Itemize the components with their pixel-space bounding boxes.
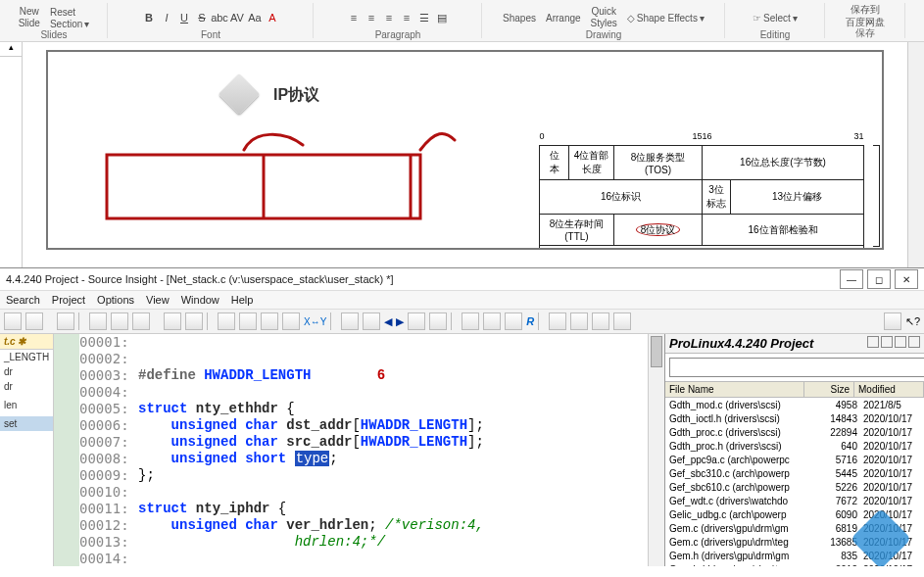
font-color-button[interactable]: A xyxy=(266,11,279,24)
bold-button[interactable]: B xyxy=(142,11,156,24)
tb-saveall-icon[interactable] xyxy=(25,313,43,330)
symbol-item[interactable] xyxy=(0,431,53,435)
tb-panel2-icon[interactable] xyxy=(363,313,380,330)
code-line[interactable] xyxy=(138,351,648,367)
tb-cut-icon[interactable] xyxy=(89,313,107,330)
menu-window[interactable]: Window xyxy=(181,294,219,306)
maximize-button[interactable]: ◻ xyxy=(867,269,891,289)
symbol-item[interactable]: set xyxy=(0,416,53,431)
code-line[interactable] xyxy=(138,551,648,567)
code-line[interactable]: struct nty_iphdr { xyxy=(138,501,648,517)
slide[interactable]: IP协议 0151631 位 本 4位首部 长度 8位服务类型 (TOS) 16… xyxy=(46,50,884,250)
minimize-button[interactable]: — xyxy=(840,269,863,289)
tb-book3-icon[interactable] xyxy=(505,313,522,330)
project-file-list[interactable]: Gdth_mod.c (drivers\scsi)49582021/8/5Gdt… xyxy=(665,398,924,566)
tb-relation-icon[interactable]: R xyxy=(526,315,534,327)
tb-book1-icon[interactable] xyxy=(462,313,479,330)
shapes-button[interactable]: Shapes xyxy=(500,13,539,24)
symbol-pane[interactable]: t.c ✱ _LENGTHdrdrlenset xyxy=(0,334,54,566)
underline-button[interactable]: U xyxy=(177,11,191,24)
ruler-up-icon[interactable]: ▴ xyxy=(0,42,22,57)
code-line[interactable]: unsigned short type; xyxy=(138,451,648,467)
columns-icon[interactable]: ▤ xyxy=(435,11,449,24)
code-editor[interactable]: #define HWADDR_LENGTH 6 struct nty_ethhd… xyxy=(134,334,648,566)
shape-effects-button[interactable]: ◇ Shape Effects ▾ xyxy=(624,13,707,24)
tb-print-icon[interactable] xyxy=(57,313,74,330)
symbol-tab[interactable]: t.c ✱ xyxy=(0,334,53,350)
code-line[interactable] xyxy=(138,484,648,501)
reset-button[interactable]: Reset xyxy=(47,7,92,18)
tb-bookmark2-icon[interactable] xyxy=(429,313,447,330)
new-slide-button[interactable]: New Slide xyxy=(16,7,43,28)
code-line[interactable] xyxy=(138,334,648,351)
menu-project[interactable]: Project xyxy=(52,294,85,306)
tb-redo-icon[interactable] xyxy=(185,313,203,330)
menu-view[interactable]: View xyxy=(146,294,170,306)
align-left-icon[interactable]: ≡ xyxy=(347,11,361,24)
tb-arrow-icon[interactable]: ↖? xyxy=(905,315,920,328)
tb-split1-icon[interactable] xyxy=(549,313,566,330)
col-size[interactable]: Size xyxy=(804,382,854,397)
col-modified[interactable]: Modified xyxy=(854,382,924,397)
spacing-button[interactable]: AV xyxy=(230,11,244,24)
align-right-icon[interactable]: ≡ xyxy=(382,11,396,24)
code-line[interactable]: unsigned char dst_addr[HWADDR_LENGTH]; xyxy=(138,417,648,434)
table-row[interactable]: Gef_sbc310.c (arch\powerp54452020/10/17 xyxy=(665,466,924,480)
code-line[interactable]: hdrlen:4;*/ xyxy=(138,534,648,551)
project-list-header[interactable]: File Name Size Modified xyxy=(665,381,924,398)
code-line[interactable]: struct nty_ethhdr { xyxy=(138,401,648,417)
tb-split4-icon[interactable] xyxy=(613,313,631,330)
case-button[interactable]: Aa xyxy=(248,11,262,24)
table-row[interactable]: Gdth_ioctl.h (drivers\scsi)148432020/10/… xyxy=(665,411,924,425)
tb-split3-icon[interactable] xyxy=(592,313,609,330)
canvas-scrollbar[interactable] xyxy=(907,42,924,267)
symbol-item[interactable]: dr xyxy=(0,364,53,379)
align-center-icon[interactable]: ≡ xyxy=(365,11,378,24)
code-line[interactable]: }; xyxy=(138,467,648,484)
tb-xy-icon[interactable]: X↔Y xyxy=(304,316,326,327)
table-row[interactable]: Gdth_mod.c (drivers\scsi)49582021/8/5 xyxy=(665,398,924,411)
quick-styles-button[interactable]: Quick Styles xyxy=(588,7,620,28)
menu-search[interactable]: Search xyxy=(6,294,40,306)
table-row[interactable]: Gef_wdt.c (drivers\watchdo76722020/10/17 xyxy=(665,494,924,507)
tb-paste-icon[interactable] xyxy=(132,313,150,330)
project-filter[interactable] xyxy=(669,358,920,377)
symbol-item[interactable]: len xyxy=(0,398,53,412)
tb-search4-icon[interactable] xyxy=(282,313,300,330)
tb-split2-icon[interactable] xyxy=(570,313,588,330)
table-row[interactable]: Gef_sbc610.c (arch\powerp52262020/10/17 xyxy=(665,480,924,494)
strike-button[interactable]: S xyxy=(195,11,209,24)
arrange-button[interactable]: Arrange xyxy=(543,13,584,24)
section-button[interactable]: Section ▾ xyxy=(47,19,92,29)
code-line[interactable]: unsigned char ver_hdrlen; /*verison:4, xyxy=(138,517,648,534)
tb-book2-icon[interactable] xyxy=(483,313,501,330)
baidu-save-button[interactable]: 保存到 百度网盘 xyxy=(843,4,888,27)
project-filter-input[interactable] xyxy=(669,358,924,377)
table-row[interactable]: Gef_ppc9a.c (arch\powerpc57162020/10/17 xyxy=(665,453,924,466)
project-title-icons[interactable] xyxy=(865,336,920,351)
code-line[interactable]: unsigned char src_addr[HWADDR_LENGTH]; xyxy=(138,434,648,451)
tb-panel1-icon[interactable] xyxy=(341,313,359,330)
col-filename[interactable]: File Name xyxy=(665,382,804,397)
symbol-item[interactable]: dr xyxy=(0,379,53,394)
tb-help-icon[interactable] xyxy=(884,313,901,330)
shadow-button[interactable]: abc xyxy=(213,11,226,24)
tb-fwd-icon[interactable]: ▶ xyxy=(396,315,404,328)
tb-bookmark1-icon[interactable] xyxy=(408,313,425,330)
symbol-item[interactable]: _LENGTH xyxy=(0,350,53,364)
table-row[interactable]: Gdth_proc.c (drivers\scsi)228942020/10/1… xyxy=(665,425,924,439)
tb-undo-icon[interactable] xyxy=(164,313,181,330)
align-justify-icon[interactable]: ≡ xyxy=(400,11,413,24)
code-line[interactable] xyxy=(138,384,648,401)
tb-back-icon[interactable]: ◀ xyxy=(384,315,392,328)
tb-save-icon[interactable] xyxy=(4,313,22,330)
code-line[interactable]: #define HWADDR_LENGTH 6 xyxy=(138,367,648,384)
close-button[interactable]: ✕ xyxy=(895,269,918,289)
italic-button[interactable]: I xyxy=(160,11,173,24)
editor-scrollbar[interactable] xyxy=(648,334,664,566)
tb-search3-icon[interactable] xyxy=(261,313,278,330)
bullets-icon[interactable]: ☰ xyxy=(417,11,431,24)
tb-search1-icon[interactable] xyxy=(218,313,235,330)
menu-help[interactable]: Help xyxy=(231,294,254,306)
select-button[interactable]: ☞ Select ▾ xyxy=(750,13,801,24)
